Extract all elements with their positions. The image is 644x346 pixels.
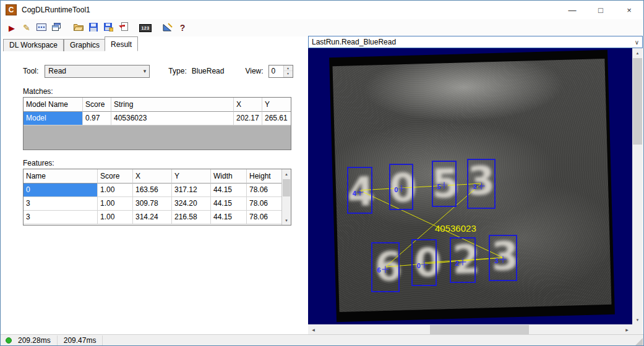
column-header-name[interactable]: Name [24, 169, 98, 184]
minimize-button[interactable]: — [558, 1, 586, 19]
table-cell[interactable]: 1.00 [98, 184, 133, 197]
table-cell[interactable]: 0.97 [83, 112, 111, 125]
status-bar: 209.28ms 209.47ms [1, 334, 643, 345]
scroll-up-icon[interactable]: ▲ [282, 169, 291, 179]
display-vertical-scrollbar[interactable]: ▲ ▼ [632, 48, 643, 324]
scrollbar-thumb[interactable] [633, 58, 642, 145]
table-cell[interactable]: 324.20 [172, 197, 211, 211]
window-controls: — □ × [558, 1, 643, 19]
spinner-up-icon[interactable]: ▲ [284, 65, 293, 72]
column-header-width[interactable]: Width [211, 169, 247, 184]
display-icon [36, 23, 46, 33]
set-square-icon [163, 23, 173, 33]
table-cell[interactable]: 1.00 [98, 197, 133, 211]
cascade-button[interactable] [49, 20, 64, 35]
save-as-button[interactable] [101, 20, 116, 35]
scroll-down-icon[interactable]: ▼ [282, 216, 291, 225]
features-table: Name Score X Y Width Height 0 1.00 163.5… [23, 169, 291, 226]
column-header-y[interactable]: Y [172, 169, 211, 184]
maximize-button[interactable]: □ [586, 1, 615, 19]
image-display-area[interactable]: 4 0 5 3 6 0 2 3 [308, 48, 643, 324]
help-button[interactable]: ? [175, 20, 190, 35]
table-cell[interactable]: 3 [24, 211, 98, 224]
run-button[interactable]: ▶ [4, 20, 19, 35]
table-cell[interactable]: 44.15 [211, 211, 247, 224]
table-cell[interactable]: 317.12 [172, 184, 211, 197]
column-header-x[interactable]: X [133, 169, 172, 184]
column-header-y[interactable]: Y [262, 98, 291, 112]
table-cell[interactable]: 163.56 [133, 184, 172, 197]
feature-box: 0 [389, 164, 413, 210]
calibrate-button[interactable] [160, 20, 175, 35]
number-display-button[interactable]: 123 [138, 20, 153, 35]
tab-graphics[interactable]: Graphics [64, 39, 106, 51]
scroll-down-icon[interactable]: ▼ [632, 315, 643, 324]
scroll-up-icon[interactable]: ▲ [632, 48, 643, 57]
features-table-row[interactable]: 0 1.00 163.56 317.12 44.15 78.06 [24, 184, 281, 197]
feature-box: 2 [450, 237, 476, 283]
table-cell[interactable]: 78.06 [247, 197, 281, 211]
tab-strip: DL Workspace Graphics Result [3, 36, 137, 51]
feature-crosshair-icon [460, 258, 466, 265]
table-cell[interactable]: 1.00 [98, 211, 133, 224]
table-cell[interactable]: 216.58 [172, 211, 211, 224]
scroll-left-icon[interactable]: ◀ [308, 324, 319, 335]
column-header-score[interactable]: Score [98, 169, 133, 184]
result-panel: Tool: Read ▾ Type: BlueRead View: 0 ▲ ▼ … [1, 51, 306, 335]
scrollbar-track[interactable] [319, 324, 622, 335]
spinner-down-icon[interactable]: ▼ [284, 71, 293, 77]
play-icon: ▶ [9, 23, 15, 33]
tool-combobox[interactable]: Read ▾ [45, 65, 150, 78]
matches-table: Model Name Score String X Y Model 0.97 4… [23, 97, 291, 150]
column-header-model-name[interactable]: Model Name [24, 98, 83, 112]
matches-table-row[interactable]: Model 0.97 40536023 202.17 265.61 [24, 112, 291, 125]
table-cell[interactable]: 44.15 [211, 197, 247, 211]
type-label: Type: [168, 67, 186, 75]
window-title: CogDLRuntimeTool1 [22, 6, 90, 14]
table-cell[interactable]: 309.78 [133, 197, 172, 211]
open-button[interactable] [71, 20, 86, 35]
tab-result[interactable]: Result [105, 36, 138, 51]
display-settings-button[interactable] [34, 20, 49, 35]
app-window: C CogDLRuntimeTool1 — □ × ▶ ✎ [0, 0, 644, 346]
table-cell[interactable]: Model [24, 112, 83, 125]
table-cell[interactable]: 78.06 [247, 184, 281, 197]
feature-crosshair-icon [421, 261, 427, 268]
table-cell[interactable]: 3 [24, 197, 98, 211]
feature-crosshair-icon [500, 256, 507, 263]
display-view-selector[interactable]: LastRun.Read_BlueRead ∨ [308, 36, 643, 48]
table-cell[interactable]: 44.15 [211, 184, 247, 197]
save-button[interactable] [86, 20, 101, 35]
scroll-right-icon[interactable]: ▶ [622, 324, 632, 335]
display-panel: LastRun.Read_BlueRead ∨ 4 0 5 3 6 0 2 3 [308, 36, 643, 335]
table-cell[interactable]: 40536023 [111, 112, 234, 125]
tab-dl-workspace[interactable]: DL Workspace [3, 39, 64, 51]
features-table-row[interactable]: 3 1.00 309.78 324.20 44.15 78.06 [24, 197, 281, 211]
display-horizontal-scrollbar[interactable]: ◀ ▶ [308, 324, 643, 335]
table-cell[interactable]: 314.24 [133, 211, 172, 224]
resize-grip[interactable] [635, 338, 643, 345]
feature-label: 2 [455, 260, 459, 267]
features-scrollbar[interactable]: ▲ ▼ [281, 169, 291, 225]
feature-box: 6 [371, 242, 400, 292]
feature-box: 3 [489, 235, 517, 281]
scrollbar-thumb[interactable] [430, 325, 529, 334]
table-cell[interactable]: 78.06 [247, 211, 281, 224]
feature-crosshair-icon [441, 182, 448, 189]
import-button[interactable] [116, 20, 131, 35]
column-header-score[interactable]: Score [83, 98, 111, 112]
column-header-x[interactable]: X [234, 98, 262, 112]
features-table-row[interactable]: 3 1.00 314.24 216.58 44.15 78.06 [24, 211, 281, 224]
import-page-icon [119, 22, 128, 33]
column-header-string[interactable]: String [111, 98, 234, 112]
view-spinner[interactable]: 0 ▲ ▼ [268, 65, 293, 78]
column-header-height[interactable]: Height [247, 169, 281, 184]
table-cell[interactable]: 0 [24, 184, 98, 197]
table-cell[interactable]: 202.17 [234, 112, 262, 125]
scrollbar-thumb[interactable] [283, 179, 290, 196]
edit-button[interactable]: ✎ [19, 20, 34, 35]
feature-label: 3 [495, 257, 499, 264]
table-cell[interactable]: 265.61 [262, 112, 291, 125]
close-button[interactable]: × [615, 1, 643, 19]
chevron-down-icon: ∨ [635, 39, 639, 46]
